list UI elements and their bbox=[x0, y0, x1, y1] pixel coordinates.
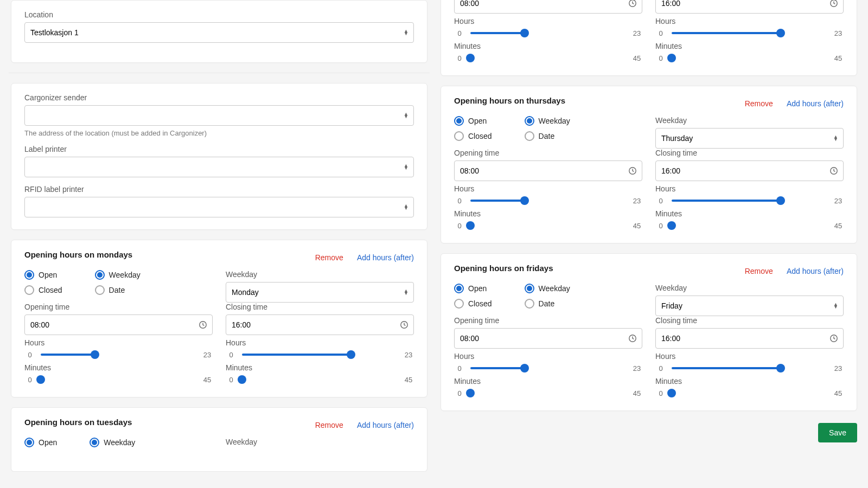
monday-open-minutes-slider[interactable] bbox=[41, 374, 196, 385]
add-hours-link[interactable]: Add hours (after) bbox=[357, 421, 414, 429]
thursday-title: Opening hours on thursdays bbox=[454, 96, 565, 105]
radio-closed[interactable]: Closed bbox=[454, 299, 492, 309]
radio-closed[interactable]: Closed bbox=[24, 285, 62, 295]
location-card: Location Testlokasjon 1 bbox=[11, 0, 427, 63]
radio-date[interactable]: Date bbox=[525, 131, 570, 141]
radio-closed[interactable]: Closed bbox=[454, 131, 492, 141]
wed-open-hours-slider[interactable] bbox=[470, 28, 626, 38]
friday-title: Opening hours on fridays bbox=[454, 264, 553, 273]
save-button[interactable]: Save bbox=[818, 423, 857, 442]
divider bbox=[9, 73, 430, 73]
weekday-field-label: Weekday bbox=[226, 438, 414, 446]
label-printer-select[interactable] bbox=[24, 157, 414, 177]
radio-date[interactable]: Date bbox=[525, 299, 570, 309]
add-hours-link[interactable]: Add hours (after) bbox=[357, 253, 414, 262]
monday-card: Opening hours on mondays Remove Add hour… bbox=[11, 240, 427, 397]
monday-close-hours-slider[interactable] bbox=[242, 349, 398, 360]
monday-open-hours-slider[interactable] bbox=[41, 349, 196, 360]
remove-link[interactable]: Remove bbox=[745, 267, 773, 275]
location-label: Location bbox=[24, 10, 414, 19]
radio-open[interactable]: Open bbox=[24, 438, 57, 447]
wed-open-minutes-slider[interactable] bbox=[470, 53, 626, 63]
remove-link[interactable]: Remove bbox=[315, 421, 343, 429]
cargonizer-sender-label: Cargonizer sender bbox=[24, 93, 414, 102]
add-hours-link[interactable]: Add hours (after) bbox=[787, 267, 844, 275]
radio-weekday[interactable]: Weekday bbox=[525, 116, 570, 126]
cargonizer-help-text: The address of the location (must be add… bbox=[24, 129, 414, 137]
thursday-close-minutes-slider[interactable] bbox=[672, 220, 827, 231]
radio-date[interactable]: Date bbox=[95, 285, 141, 295]
friday-open-minutes-slider[interactable] bbox=[470, 388, 626, 399]
radio-open[interactable]: Open bbox=[454, 116, 492, 126]
remove-link[interactable]: Remove bbox=[315, 253, 343, 262]
minutes-label: Minutes bbox=[24, 363, 213, 372]
friday-close-hours-slider[interactable] bbox=[672, 363, 827, 374]
thursday-open-minutes-slider[interactable] bbox=[470, 220, 626, 231]
wed-open-time[interactable] bbox=[454, 0, 642, 14]
add-hours-link[interactable]: Add hours (after) bbox=[787, 99, 844, 108]
thursday-close-hours-slider[interactable] bbox=[672, 195, 827, 206]
thursday-open-time[interactable] bbox=[454, 160, 642, 181]
friday-card: Opening hours on fridays Remove Add hour… bbox=[441, 253, 857, 411]
friday-open-hours-slider[interactable] bbox=[470, 363, 626, 374]
hours-label: Hours bbox=[24, 338, 213, 347]
friday-weekday-select[interactable]: Friday bbox=[655, 296, 844, 316]
rfid-printer-label: RFID label printer bbox=[24, 185, 414, 194]
thursday-card: Opening hours on thursdays Remove Add ho… bbox=[441, 86, 857, 243]
location-select[interactable]: Testlokasjon 1 bbox=[24, 22, 414, 43]
wed-close-time[interactable] bbox=[655, 0, 844, 14]
cargonizer-card: Cargonizer sender The address of the loc… bbox=[11, 83, 427, 230]
label-printer-label: Label printer bbox=[24, 145, 414, 153]
radio-weekday[interactable]: Weekday bbox=[90, 438, 135, 447]
monday-close-time[interactable] bbox=[226, 314, 414, 335]
opening-time-label: Opening time bbox=[24, 303, 213, 311]
tuesday-title: Opening hours on tuesdays bbox=[24, 418, 132, 427]
radio-open[interactable]: Open bbox=[24, 270, 62, 280]
thursday-weekday-select[interactable]: Thursday bbox=[655, 128, 844, 149]
friday-open-time[interactable] bbox=[454, 328, 642, 349]
monday-open-time[interactable] bbox=[24, 314, 213, 335]
tuesday-card: Opening hours on tuesdays Remove Add hou… bbox=[11, 407, 427, 472]
friday-close-minutes-slider[interactable] bbox=[672, 388, 827, 399]
radio-weekday[interactable]: Weekday bbox=[95, 270, 141, 280]
cargonizer-sender-select[interactable] bbox=[24, 105, 414, 126]
radio-weekday[interactable]: Weekday bbox=[525, 284, 570, 293]
monday-title: Opening hours on mondays bbox=[24, 250, 132, 259]
friday-close-time[interactable] bbox=[655, 328, 844, 349]
monday-close-minutes-slider[interactable] bbox=[242, 374, 398, 385]
wed-close-minutes-slider[interactable] bbox=[672, 53, 827, 63]
monday-weekday-select[interactable]: Monday bbox=[226, 282, 414, 303]
wednesday-card-partial: Hours 0 23 Minutes 0 45 bbox=[441, 0, 857, 76]
wed-close-hours-slider[interactable] bbox=[672, 28, 827, 38]
radio-open[interactable]: Open bbox=[454, 284, 492, 293]
weekday-field-label: Weekday bbox=[226, 270, 414, 279]
remove-link[interactable]: Remove bbox=[745, 99, 773, 108]
thursday-close-time[interactable] bbox=[655, 160, 844, 181]
rfid-printer-select[interactable] bbox=[24, 197, 414, 217]
closing-time-label: Closing time bbox=[226, 303, 414, 311]
thursday-open-hours-slider[interactable] bbox=[470, 195, 626, 206]
